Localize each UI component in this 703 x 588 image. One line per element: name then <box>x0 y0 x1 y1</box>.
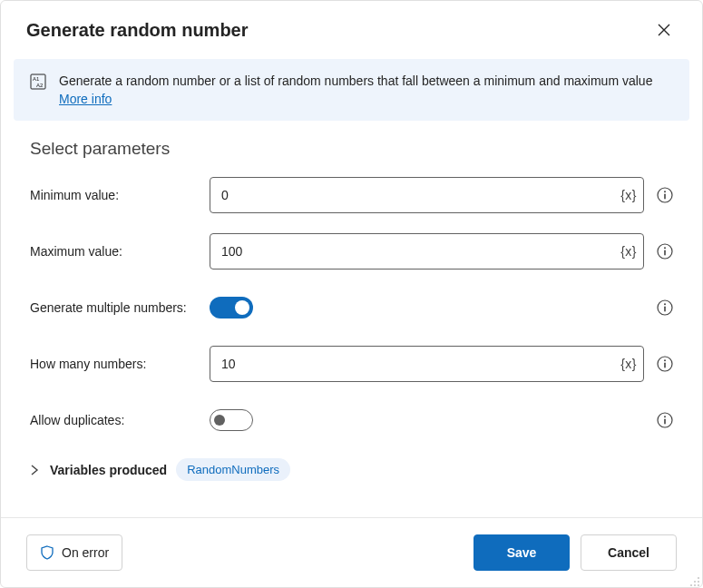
how-many-input[interactable] <box>210 346 644 382</box>
minimum-input[interactable] <box>210 177 644 213</box>
dialog: Generate random number A1A2 Generate a r… <box>0 0 703 588</box>
banner-description: Generate a random number or a list of ra… <box>59 74 652 88</box>
close-button[interactable] <box>651 17 677 43</box>
on-error-button[interactable]: On error <box>26 534 122 571</box>
svg-point-10 <box>664 303 666 305</box>
maximum-label: Maximum value: <box>30 244 210 259</box>
content-area: Select parameters Minimum value: {x} Max… <box>1 139 702 517</box>
allow-duplicates-control <box>210 409 673 431</box>
svg-point-4 <box>664 191 666 192</box>
svg-point-18 <box>698 577 699 579</box>
resize-icon <box>689 576 700 587</box>
variable-pill-randomnumbers[interactable]: RandomNumbers <box>176 458 290 481</box>
maximum-input-wrap: {x} <box>210 233 644 270</box>
generate-multiple-toggle[interactable] <box>210 297 253 318</box>
section-title: Select parameters <box>30 139 673 159</box>
minimum-info-button[interactable] <box>657 187 673 203</box>
svg-text:A1: A1 <box>33 76 40 82</box>
chevron-right-icon <box>30 465 39 475</box>
toggle-knob <box>214 415 225 426</box>
dialog-footer: On error Save Cancel <box>1 517 702 587</box>
maximum-input[interactable] <box>210 233 644 270</box>
allow-duplicates-info-button[interactable] <box>657 412 673 428</box>
info-icon <box>657 299 673 316</box>
variables-expand-toggle[interactable] <box>30 465 41 475</box>
svg-rect-8 <box>664 250 666 256</box>
info-icon <box>657 356 673 372</box>
param-generate-multiple: Generate multiple numbers: <box>30 289 673 326</box>
param-maximum: Maximum value: {x} <box>30 233 673 270</box>
minimum-label: Minimum value: <box>30 188 210 202</box>
how-many-control: {x} <box>210 346 673 382</box>
minimum-control: {x} <box>210 177 673 213</box>
on-error-label: On error <box>62 545 109 560</box>
svg-point-13 <box>664 359 666 361</box>
action-icon: A1A2 <box>30 74 46 90</box>
allow-duplicates-toggle[interactable] <box>210 409 253 431</box>
variable-picker-icon[interactable]: {x} <box>620 244 637 259</box>
dialog-title: Generate random number <box>26 20 249 41</box>
cancel-button[interactable]: Cancel <box>581 534 677 571</box>
generate-multiple-control <box>210 297 673 318</box>
how-many-info-button[interactable] <box>657 356 673 372</box>
variable-picker-icon[interactable]: {x} <box>620 357 637 371</box>
svg-point-16 <box>664 416 666 417</box>
svg-point-23 <box>698 584 699 586</box>
close-icon <box>658 24 670 36</box>
save-button[interactable]: Save <box>474 534 570 571</box>
minimum-input-wrap: {x} <box>210 177 644 213</box>
info-icon <box>657 187 673 203</box>
banner-text: Generate a random number or a list of ra… <box>59 72 673 108</box>
variable-picker-icon[interactable]: {x} <box>620 188 637 202</box>
info-icon <box>657 412 673 428</box>
svg-rect-11 <box>664 307 666 312</box>
generate-multiple-info-button[interactable] <box>657 299 673 316</box>
variables-produced-row: Variables produced RandomNumbers <box>30 458 673 481</box>
svg-rect-14 <box>664 363 666 368</box>
svg-rect-17 <box>664 419 666 425</box>
svg-text:A2: A2 <box>36 83 44 88</box>
svg-point-22 <box>694 584 696 586</box>
maximum-info-button[interactable] <box>657 243 673 260</box>
more-info-link[interactable]: More info <box>59 92 112 106</box>
svg-point-7 <box>664 247 666 249</box>
svg-point-20 <box>698 581 699 583</box>
how-many-label: How many numbers: <box>30 357 210 371</box>
svg-rect-5 <box>664 194 666 200</box>
maximum-control: {x} <box>210 233 673 270</box>
svg-point-19 <box>694 581 696 583</box>
dialog-header: Generate random number <box>1 1 702 55</box>
generate-multiple-label: Generate multiple numbers: <box>30 300 210 315</box>
info-icon <box>657 243 673 260</box>
allow-duplicates-label: Allow duplicates: <box>30 413 210 427</box>
param-allow-duplicates: Allow duplicates: <box>30 402 673 438</box>
how-many-input-wrap: {x} <box>210 346 644 382</box>
param-how-many: How many numbers: {x} <box>30 346 673 382</box>
svg-point-21 <box>690 584 692 586</box>
info-banner: A1A2 Generate a random number or a list … <box>14 59 689 121</box>
toggle-knob <box>235 300 249 315</box>
param-minimum: Minimum value: {x} <box>30 177 673 213</box>
variables-produced-label: Variables produced <box>50 463 167 477</box>
shield-icon <box>40 545 54 560</box>
resize-handle[interactable] <box>689 574 700 585</box>
